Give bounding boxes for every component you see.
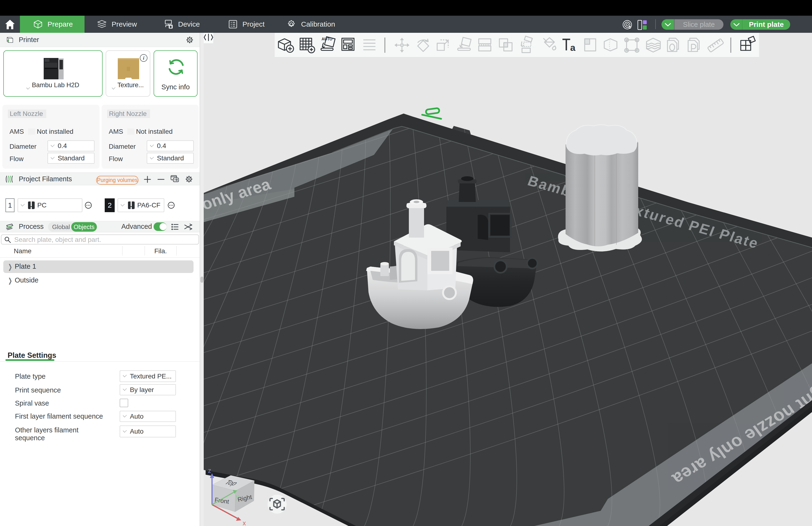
svg-text:z: z xyxy=(208,467,211,474)
svg-text:y: y xyxy=(236,493,239,500)
svg-text:AUTO: AUTO xyxy=(321,37,332,41)
svg-text:a: a xyxy=(570,42,576,53)
svg-text:x: x xyxy=(243,520,246,526)
